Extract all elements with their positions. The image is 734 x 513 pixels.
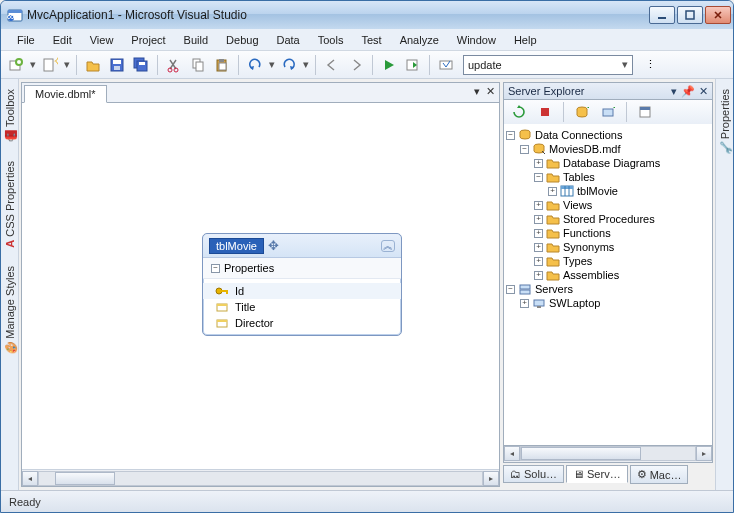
designer-hscrollbar[interactable]: ◂ ▸ <box>22 469 499 486</box>
expander-plus-icon[interactable]: + <box>534 229 543 238</box>
cut-button[interactable] <box>163 54 185 76</box>
menu-tools[interactable]: Tools <box>310 32 352 48</box>
menu-window[interactable]: Window <box>449 32 504 48</box>
save-button[interactable] <box>106 54 128 76</box>
add-item-button[interactable]: ✧ <box>39 54 61 76</box>
entity-section-header[interactable]: − Properties <box>203 258 401 279</box>
menu-build[interactable]: Build <box>176 32 216 48</box>
expander-plus-icon[interactable]: + <box>534 201 543 210</box>
find-button[interactable] <box>435 54 457 76</box>
hscroll-track[interactable] <box>520 446 696 461</box>
collapse-icon[interactable]: ︽ <box>381 240 395 252</box>
minimize-button[interactable] <box>649 6 675 24</box>
tree-functions[interactable]: + Functions <box>506 226 710 240</box>
entity-title[interactable]: tblMovie <box>209 238 264 254</box>
properties-button[interactable] <box>634 101 656 123</box>
rail-css-properties[interactable]: ACSS Properties <box>3 155 17 254</box>
tab-macro-explorer[interactable]: ⚙Mac… <box>630 465 689 484</box>
tab-solution-explorer[interactable]: 🗂Solu… <box>503 465 564 483</box>
find-combo[interactable]: update ▾ <box>463 55 633 75</box>
hscroll-thumb[interactable] <box>521 447 641 460</box>
copy-button[interactable] <box>187 54 209 76</box>
entity-tblmovie[interactable]: tblMovie ✥ ︽ − Properties Id Title <box>202 233 402 336</box>
panel-close-icon[interactable]: ✕ <box>699 85 708 98</box>
document-tab-movie[interactable]: Movie.dbml* <box>24 85 107 103</box>
rail-manage-styles[interactable]: 🎨Manage Styles <box>2 260 17 361</box>
paste-button[interactable] <box>211 54 233 76</box>
server-explorer-header[interactable]: Server Explorer ▾ 📌 ✕ <box>503 82 713 100</box>
tab-dropdown-icon[interactable]: ▾ <box>474 85 480 98</box>
rail-toolbox[interactable]: 🧰Toolbox <box>2 83 17 149</box>
expander-plus-icon[interactable]: + <box>534 271 543 280</box>
panel-dropdown-icon[interactable]: ▾ <box>671 85 677 98</box>
add-item-dropdown[interactable]: ▾ <box>63 58 71 71</box>
tree-table-tblmovie[interactable]: + tblMovie <box>506 184 710 198</box>
designer-canvas[interactable]: tblMovie ✥ ︽ − Properties Id Title <box>22 103 499 469</box>
property-row-id[interactable]: Id <box>203 283 401 299</box>
expander-minus-icon[interactable]: − <box>506 131 515 140</box>
expander-minus-icon[interactable]: − <box>520 145 529 154</box>
tree-tables[interactable]: − Tables <box>506 170 710 184</box>
expander-plus-icon[interactable]: + <box>534 215 543 224</box>
hscroll-track[interactable] <box>38 471 483 486</box>
connect-db-button[interactable]: + <box>571 101 593 123</box>
move-icon[interactable]: ✥ <box>268 238 279 253</box>
tab-close-icon[interactable]: ✕ <box>486 85 495 98</box>
expander-plus-icon[interactable]: + <box>548 187 557 196</box>
expander-plus-icon[interactable]: + <box>534 243 543 252</box>
tree-servers[interactable]: − Servers <box>506 282 710 296</box>
toolbar-overflow-button[interactable]: ⋮ <box>639 54 661 76</box>
rail-properties[interactable]: 🔧Properties <box>717 83 732 161</box>
refresh-button[interactable] <box>508 101 530 123</box>
property-row-title[interactable]: Title <box>203 299 401 315</box>
menu-debug[interactable]: Debug <box>218 32 266 48</box>
save-all-button[interactable] <box>130 54 152 76</box>
hscroll-left[interactable]: ◂ <box>22 471 38 486</box>
expander-minus-icon[interactable]: − <box>506 285 515 294</box>
redo-dropdown[interactable]: ▾ <box>302 58 310 71</box>
panel-pin-icon[interactable]: 📌 <box>681 85 695 98</box>
menu-view[interactable]: View <box>82 32 122 48</box>
new-project-dropdown[interactable]: ▾ <box>29 58 37 71</box>
hscroll-thumb[interactable] <box>55 472 115 485</box>
expander-plus-icon[interactable]: + <box>534 257 543 266</box>
expander-plus-icon[interactable]: + <box>520 299 529 308</box>
tree-moviesdb[interactable]: − MoviesDB.mdf <box>506 142 710 156</box>
navigate-fwd-button[interactable] <box>345 54 367 76</box>
server-explorer-hscroll[interactable]: ◂ ▸ <box>503 446 713 463</box>
tree-server-swlaptop[interactable]: + SWLaptop <box>506 296 710 310</box>
maximize-button[interactable] <box>677 6 703 24</box>
menu-test[interactable]: Test <box>353 32 389 48</box>
expander-minus-icon[interactable]: − <box>534 173 543 182</box>
start-debug-button[interactable] <box>378 54 400 76</box>
tree-data-connections[interactable]: − Data Connections <box>506 128 710 142</box>
debug-target-button[interactable] <box>402 54 424 76</box>
entity-header[interactable]: tblMovie ✥ ︽ <box>203 234 401 258</box>
tree-sprocs[interactable]: + Stored Procedures <box>506 212 710 226</box>
hscroll-left[interactable]: ◂ <box>504 446 520 461</box>
hscroll-right[interactable]: ▸ <box>483 471 499 486</box>
menu-project[interactable]: Project <box>123 32 173 48</box>
menu-edit[interactable]: Edit <box>45 32 80 48</box>
tree-diagrams[interactable]: + Database Diagrams <box>506 156 710 170</box>
new-project-button[interactable] <box>5 54 27 76</box>
connect-server-button[interactable]: + <box>597 101 619 123</box>
close-button[interactable] <box>705 6 731 24</box>
tree-views[interactable]: + Views <box>506 198 710 212</box>
open-button[interactable] <box>82 54 104 76</box>
menu-analyze[interactable]: Analyze <box>392 32 447 48</box>
tab-server-explorer[interactable]: 🖥Serv… <box>566 465 628 483</box>
undo-button[interactable] <box>244 54 266 76</box>
stop-button[interactable] <box>534 101 556 123</box>
tree-types[interactable]: + Types <box>506 254 710 268</box>
property-row-director[interactable]: Director <box>203 315 401 331</box>
menu-help[interactable]: Help <box>506 32 545 48</box>
navigate-back-button[interactable] <box>321 54 343 76</box>
hscroll-right[interactable]: ▸ <box>696 446 712 461</box>
tree-synonyms[interactable]: + Synonyms <box>506 240 710 254</box>
redo-button[interactable] <box>278 54 300 76</box>
menu-file[interactable]: File <box>9 32 43 48</box>
section-expander[interactable]: − <box>211 264 220 273</box>
tree-assemblies[interactable]: + Assemblies <box>506 268 710 282</box>
expander-plus-icon[interactable]: + <box>534 159 543 168</box>
